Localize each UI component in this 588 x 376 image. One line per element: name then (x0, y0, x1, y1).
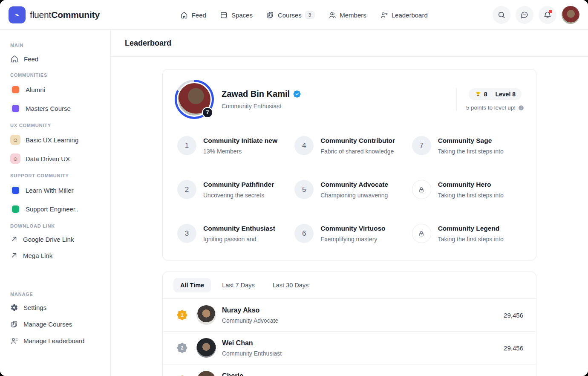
level-up-hint: 5 points to level up! (466, 104, 516, 111)
top-navbar: fluentCommunity Feed Spaces Courses 3 Me… (0, 0, 588, 30)
sidebar-spacer (10, 268, 110, 286)
sidebar-item-mega-link[interactable]: Mega Link (10, 247, 110, 263)
sidebar-item-manage-leaderboard[interactable]: Manage Leaderboard (10, 333, 110, 349)
lock-icon (412, 224, 431, 243)
pill-divider (491, 91, 491, 97)
space-icon (10, 185, 20, 195)
sidebar-item-data-driven-ux[interactable]: ☺ Data Driven UX (10, 149, 110, 168)
tab-last-30-days[interactable]: Last 30 Days (266, 278, 316, 292)
rank-badge: 1 (177, 310, 187, 321)
courses-count-badge: 3 (305, 11, 314, 19)
sidebar-item-learn-with-miller[interactable]: Learn With Miller (10, 181, 110, 200)
space-icon (10, 204, 20, 214)
member-role: Community Advocate (222, 317, 278, 324)
member-avatar[interactable] (196, 305, 216, 325)
nav-item-leaderboard[interactable]: Leaderboard (380, 11, 428, 19)
badge-title: Community Initiate new (203, 136, 277, 145)
trophy-count: 8 (484, 91, 487, 98)
sidebar-item-feed[interactable]: Feed (10, 50, 110, 67)
badge-grid: 1 Community Initiate new 13% Members 2 C… (175, 136, 524, 243)
badge-item-7[interactable]: 7 Community Sage Taking the first steps … (412, 136, 522, 155)
leaderboard-row-1[interactable]: 1 Nuray Akso Community Advocate 29,456 (163, 299, 536, 332)
brand-logo-icon (9, 6, 26, 23)
badge-item-1[interactable]: 1 Community Initiate new 13% Members (177, 136, 287, 155)
badge-item-2[interactable]: 2 Community Pathfinder Uncovering the se… (177, 180, 287, 199)
avatar-level-badge: 7 (202, 107, 213, 118)
nav-item-spaces[interactable]: Spaces (220, 11, 253, 19)
search-button[interactable] (493, 6, 510, 24)
nav-item-courses[interactable]: Courses 3 (266, 11, 314, 19)
sidebar-section-ux-community: UX COMMUNITY ☺ Basic UX Learning ☺ Data … (10, 123, 110, 168)
sidebar-section-communities: COMMUNITIES Alumni Masters Course (10, 72, 110, 118)
badge-item-5[interactable]: 5 Community Advocate Championing unwaver… (294, 180, 404, 199)
content-scroll-area[interactable]: 7 Zawad Bin Kamil Community Enthusiast (111, 57, 588, 376)
courses-icon (266, 11, 274, 19)
sidebar-item-support-engineer[interactable]: Support Engineer.. (10, 200, 110, 218)
rank-badge: 2 (177, 343, 187, 353)
badge-title: Community Sage (438, 136, 504, 145)
badge-subtitle: Championing unwavering (320, 192, 388, 199)
chat-icon (520, 11, 529, 19)
nav-label: Members (340, 12, 366, 19)
search-icon (497, 11, 506, 19)
member-name: Cherie (222, 372, 281, 376)
nav-label: Spaces (231, 12, 253, 19)
sidebar-item-masters-course[interactable]: Masters Course (10, 99, 110, 118)
badge-subtitle: Uncovering the secrets (203, 192, 274, 199)
profile-card: 7 Zawad Bin Kamil Community Enthusiast (162, 69, 536, 260)
badge-number: 5 (294, 180, 314, 199)
space-avatar: ☺ (10, 135, 20, 145)
member-points: 29,456 (504, 344, 523, 352)
primary-nav: Feed Spaces Courses 3 Members Leaderboar… (180, 0, 428, 30)
badge-title: Community Virtuoso (320, 224, 385, 232)
lock-icon (412, 180, 431, 199)
navbar-actions (493, 6, 579, 24)
messages-button[interactable] (516, 6, 533, 24)
badge-item-3[interactable]: 3 Community Enthusiast Igniting passion … (177, 224, 287, 243)
home-icon (10, 55, 19, 63)
member-points: 29,456 (504, 312, 523, 319)
badge-title: Community Hero (438, 180, 504, 188)
sidebar-item-label: Mega Link (23, 252, 52, 259)
sidebar-item-alumni[interactable]: Alumni (10, 80, 110, 99)
brand-logo[interactable]: fluentCommunity (9, 6, 100, 23)
section-title: COMMUNITIES (10, 72, 110, 78)
badge-title: Community Legend (438, 224, 504, 232)
leaderboard-row-3[interactable]: 3 Cherie Community Pathfinder 29,456 (163, 364, 536, 376)
member-avatar[interactable] (196, 338, 216, 358)
section-title: SUPPORT COMMUNITY (10, 173, 110, 178)
badge-title: Community Contributor (320, 136, 395, 145)
leaderboard-icon (380, 11, 388, 19)
badge-title: Community Enthusiast (203, 224, 275, 232)
sidebar-item-manage-courses[interactable]: Manage Courses (10, 316, 110, 333)
sidebar: MAIN Feed COMMUNITIES Alumni Masters Cou… (0, 30, 111, 376)
tab-all-time[interactable]: All Time (173, 278, 211, 292)
badge-subtitle: Taking the first steps into (438, 148, 504, 155)
badge-item-legend-locked[interactable]: Community Legend Taking the first steps … (412, 224, 522, 243)
badge-item-6[interactable]: 6 Community Virtuoso Exemplifying master… (294, 224, 404, 243)
trophy-icon (475, 91, 481, 98)
external-link-icon (10, 252, 18, 259)
fluent-community-app: { "brand": { "name_regular": "fluent", "… (0, 0, 588, 376)
leaderboard-card: All Time Last 7 Days Last 30 Days 1 Nura… (162, 272, 536, 376)
sidebar-item-basic-ux-learning[interactable]: ☺ Basic UX Learning (10, 130, 110, 149)
sidebar-item-label: Settings (23, 304, 46, 311)
sidebar-item-label: Support Engineer.. (26, 205, 78, 213)
badge-item-hero-locked[interactable]: Community Hero Taking the first steps in… (412, 180, 522, 199)
notification-dot (549, 10, 552, 13)
badge-number: 7 (412, 136, 431, 155)
badge-item-4[interactable]: 4 Community Contributor Fabric of shared… (294, 136, 404, 155)
notifications-button[interactable] (539, 6, 556, 24)
sidebar-item-settings[interactable]: Settings (10, 299, 110, 316)
info-icon[interactable] (518, 105, 524, 111)
leaderboard-row-2[interactable]: 2 Wei Chan Community Enthusiast 29,456 (163, 332, 536, 364)
nav-item-feed[interactable]: Feed (180, 11, 206, 19)
member-avatar[interactable] (196, 371, 216, 376)
tab-last-7-days[interactable]: Last 7 Days (215, 278, 262, 292)
verified-badge-icon (293, 90, 301, 98)
sidebar-item-label: Alumni (26, 86, 45, 93)
user-avatar[interactable] (562, 6, 579, 24)
space-avatar: ☺ (10, 153, 20, 164)
nav-item-members[interactable]: Members (328, 11, 366, 19)
sidebar-item-google-drive-link[interactable]: Google Drive Link (10, 231, 110, 247)
